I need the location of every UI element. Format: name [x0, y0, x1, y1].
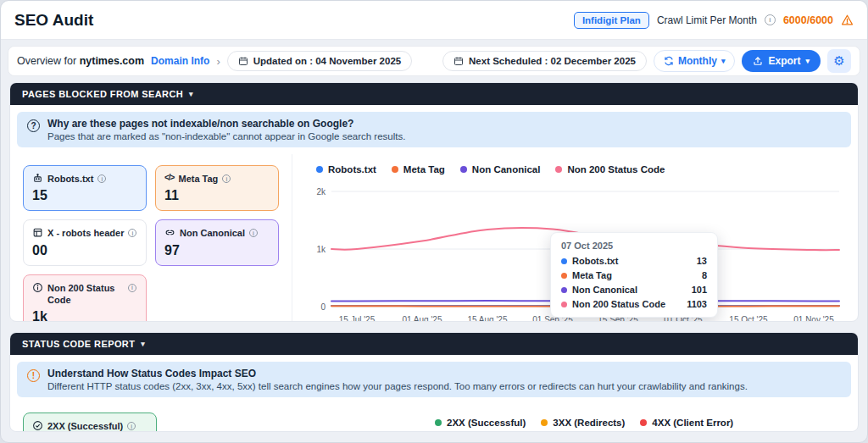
stat-card-non-200-status[interactable]: Non 200 Status Code i 1k — [23, 274, 147, 323]
tooltip-row: Non 200 Status Code1103 — [561, 299, 707, 309]
svg-text:1k: 1k — [316, 245, 326, 254]
plan-badge[interactable]: Infidigit Plan — [574, 12, 649, 29]
tooltip-series-name: Non Canonical — [572, 285, 687, 295]
stat-card-non-canonical[interactable]: Non Canonical i 97 — [155, 219, 279, 265]
stat-card-meta-tag[interactable]: </> Meta Tag i 11 — [155, 165, 279, 211]
stat-value: 00 — [32, 243, 137, 258]
check-circle-icon — [32, 420, 43, 431]
legend-item-4xx[interactable]: 4XX (Client Error) — [640, 418, 733, 428]
tooltip-row: Non Canonical101 — [561, 285, 707, 295]
info-title: Understand How Status Codes Impact SEO — [47, 368, 748, 379]
legend-label: 4XX (Client Error) — [652, 418, 733, 428]
tooltip-series-name: Non 200 Status Code — [572, 299, 682, 309]
legend-item-meta-tag[interactable]: Meta Tag — [392, 164, 445, 174]
info-icon[interactable]: i — [128, 284, 136, 292]
legend-dot — [316, 166, 323, 173]
header-right: Infidigit Plan Crawl Limit Per Month i 6… — [574, 12, 854, 29]
domain-name: nytimes.com — [80, 55, 144, 67]
stat-value: 11 — [164, 188, 270, 203]
overview-label: Overview for nytimes.com — [17, 55, 144, 67]
legend-dot — [392, 166, 398, 173]
pages-blocked-info-banner: ? Why are these pages not indexable/non … — [17, 112, 851, 147]
legend-dot — [541, 419, 548, 426]
status-code-header[interactable]: STATUS CODE REPORT ▾ — [10, 333, 858, 355]
frequency-label: Monthly — [678, 55, 717, 67]
stat-label: Non 200 Status Code — [47, 282, 124, 307]
blocked-trend-chart: Robots.txt Meta Tag Non Canonical Non 20… — [292, 154, 858, 322]
legend-item-3xx[interactable]: 3XX (Redirects) — [541, 418, 625, 428]
status-code-body: 2XX (Successful) i 2XX (Successful) 3XX … — [10, 404, 858, 432]
domain-info-link[interactable]: Domain Info — [151, 55, 209, 67]
pages-blocked-section: PAGES BLOCKED FROM SEARCH ▾ ? Why are th… — [9, 82, 859, 322]
overview-prefix: Overview for — [17, 55, 76, 67]
info-icon[interactable]: i — [127, 422, 136, 430]
next-scheduled-text: Next Scheduled : 02 December 2025 — [469, 56, 636, 66]
svg-text:15 Aug '25: 15 Aug '25 — [468, 315, 508, 322]
tooltip-dot — [561, 273, 567, 279]
gear-icon: ⚙ — [833, 53, 844, 69]
info-icon[interactable]: i — [249, 229, 258, 237]
info-icon[interactable]: i — [128, 229, 136, 237]
tooltip-dot — [561, 302, 567, 307]
stat-card-2xx[interactable]: 2XX (Successful) i — [23, 413, 157, 432]
stat-card-x-robots-header[interactable]: X - robots header i 00 — [23, 219, 147, 265]
legend-item-non-200[interactable]: Non 200 Status Code — [555, 164, 665, 174]
legend-dot — [435, 419, 442, 426]
stat-label: Non Canonical — [180, 227, 245, 239]
tooltip-row: Meta Tag8 — [561, 270, 707, 280]
status-code-section: STATUS CODE REPORT ▾ ! Understand How St… — [9, 332, 859, 432]
question-icon: ? — [27, 119, 40, 132]
status-chart-legend: 2XX (Successful) 3XX (Redirects) 4XX (Cl… — [435, 413, 733, 428]
chevron-right-icon[interactable]: › — [216, 55, 220, 68]
chevron-icon: ▾ — [189, 90, 193, 98]
calendar-icon — [453, 56, 464, 66]
legend-label: 2XX (Successful) — [447, 418, 526, 428]
info-icon[interactable]: i — [97, 174, 106, 183]
crawl-limit-value: 6000/6000 — [783, 14, 833, 26]
seo-audit-dashboard: SEO Audit Infidigit Plan Crawl Limit Per… — [0, 0, 868, 443]
legend-item-robots[interactable]: Robots.txt — [316, 164, 376, 174]
export-label: Export — [768, 55, 800, 67]
stat-label: 2XX (Successful) — [47, 420, 123, 432]
alert-icon: ! — [27, 369, 40, 382]
tooltip-row: Robots.txt13 — [561, 256, 707, 266]
pages-blocked-body: Robots.txt i 15 </> Meta Tag i 11 — [10, 154, 858, 322]
legend-item-2xx[interactable]: 2XX (Successful) — [435, 418, 526, 428]
blocked-stat-cards: Robots.txt i 15 </> Meta Tag i 11 — [10, 154, 292, 322]
settings-button[interactable]: ⚙ — [827, 49, 851, 73]
svg-text:01 Nov '25: 01 Nov '25 — [793, 315, 834, 322]
toolbar: Overview for nytimes.com Domain Info › U… — [8, 46, 860, 76]
export-button[interactable]: Export ▾ — [742, 50, 821, 72]
info-subtitle: Pages that are marked as "non-indexable"… — [47, 131, 405, 141]
tooltip-series-value: 1103 — [687, 299, 707, 309]
legend-dot — [640, 419, 647, 426]
page-title: SEO Audit — [14, 11, 93, 30]
info-icon[interactable]: i — [222, 174, 231, 183]
svg-text:0: 0 — [320, 302, 326, 312]
status-code-info-banner: ! Understand How Status Codes Impact SEO… — [17, 362, 851, 397]
info-icon[interactable]: i — [765, 14, 776, 25]
header-grid-icon — [32, 227, 43, 238]
stat-label: Meta Tag — [178, 173, 218, 185]
frequency-dropdown[interactable]: Monthly ▾ — [654, 50, 736, 72]
pages-blocked-header[interactable]: PAGES BLOCKED FROM SEARCH ▾ — [10, 83, 858, 105]
tooltip-date: 07 Oct 2025 — [561, 241, 707, 251]
tooltip-series-value: 101 — [692, 285, 707, 295]
legend-label: Robots.txt — [328, 164, 376, 174]
pages-blocked-info-text: Why are these pages not indexable/non se… — [47, 118, 405, 141]
export-icon — [753, 56, 763, 66]
toolbar-right: Next Scheduled : 02 December 2025 Monthl… — [442, 49, 851, 73]
legend-item-non-canonical[interactable]: Non Canonical — [460, 164, 541, 174]
status-code-title: STATUS CODE REPORT — [22, 339, 135, 349]
tooltip-series-name: Meta Tag — [572, 270, 697, 280]
top-header: SEO Audit Infidigit Plan Crawl Limit Per… — [1, 1, 867, 40]
refresh-icon — [664, 56, 674, 66]
tooltip-series-name: Robots.txt — [572, 256, 692, 266]
svg-text:01 Aug '25: 01 Aug '25 — [403, 315, 442, 322]
info-title: Why are these pages not indexable/non se… — [47, 118, 405, 130]
tooltip-dot — [561, 287, 567, 293]
stat-value: 1k — [32, 309, 137, 322]
crawl-limit-label: Crawl Limit Per Month — [657, 14, 757, 26]
stat-card-robots-txt[interactable]: Robots.txt i 15 — [23, 165, 147, 211]
calendar-icon — [238, 56, 248, 66]
